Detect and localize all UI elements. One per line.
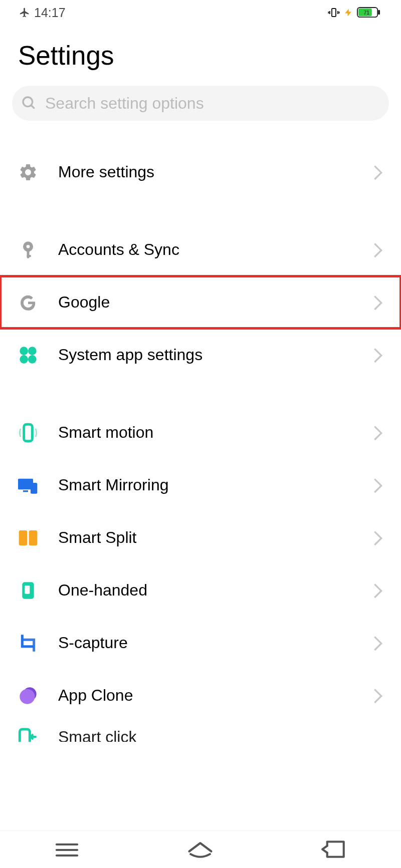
item-label: Smart Split [58, 528, 373, 547]
svg-rect-29 [20, 729, 30, 742]
status-right: 71 [328, 7, 381, 19]
svg-point-16 [28, 347, 37, 355]
chevron-right-icon [373, 688, 383, 704]
chevron-right-icon [373, 583, 383, 599]
svg-point-18 [28, 355, 37, 364]
svg-rect-14 [27, 255, 31, 257]
svg-point-15 [20, 347, 28, 355]
item-more-settings[interactable]: More settings [0, 146, 401, 198]
svg-rect-13 [27, 250, 30, 258]
item-label: Smart motion [58, 423, 373, 442]
search-bar[interactable] [12, 86, 389, 121]
svg-rect-19 [24, 424, 33, 441]
item-smart-mirroring[interactable]: Smart Mirroring [0, 459, 401, 511]
status-time: 14:17 [34, 6, 66, 20]
item-app-clone[interactable]: App Clone [0, 669, 401, 722]
charging-icon [344, 8, 353, 17]
item-accounts-sync[interactable]: Accounts & Sync [0, 223, 401, 276]
svg-point-12 [27, 245, 30, 248]
chevron-right-icon [373, 295, 383, 311]
key-icon [18, 240, 38, 260]
chevron-right-icon [373, 164, 383, 180]
item-system-apps[interactable]: System app settings [0, 329, 401, 381]
item-label: Google [58, 293, 373, 312]
svg-rect-6 [378, 10, 380, 15]
navigation-bar [0, 830, 401, 868]
capture-icon [18, 633, 38, 653]
svg-rect-22 [31, 483, 37, 494]
page-title: Settings [0, 25, 401, 86]
svg-text:71: 71 [363, 10, 369, 16]
svg-rect-23 [19, 530, 28, 545]
item-one-handed[interactable]: One-handed [0, 564, 401, 617]
search-input[interactable] [45, 94, 380, 113]
mirroring-icon [18, 475, 38, 495]
item-label: Accounts & Sync [58, 240, 373, 259]
nav-back-button[interactable] [320, 838, 348, 861]
chevron-right-icon [373, 242, 383, 258]
item-smart-motion[interactable]: Smart motion [0, 406, 401, 459]
item-label: Smart Mirroring [58, 476, 373, 494]
svg-line-10 [31, 105, 35, 109]
clone-icon [18, 686, 38, 706]
settings-list: More settings Accounts & Sync Google Sys… [0, 146, 401, 742]
svg-point-17 [20, 355, 28, 364]
vibrate-icon [328, 7, 340, 19]
svg-rect-0 [332, 9, 336, 17]
nav-recents-button[interactable] [53, 838, 81, 861]
item-google[interactable]: Google [0, 276, 401, 329]
svg-rect-24 [29, 530, 38, 545]
item-label: One-handed [58, 581, 373, 600]
item-label: S-capture [58, 634, 373, 652]
search-icon [21, 95, 37, 111]
chevron-right-icon [373, 477, 383, 493]
item-smart-click[interactable]: Smart click [0, 722, 401, 742]
split-icon [18, 528, 38, 548]
airplane-mode-icon [19, 7, 30, 18]
item-label: More settings [58, 163, 373, 181]
chevron-right-icon [373, 425, 383, 441]
svg-point-28 [20, 689, 35, 704]
battery-icon: 71 [357, 7, 381, 19]
status-left: 14:17 [19, 6, 66, 20]
svg-rect-26 [25, 586, 30, 594]
phone-motion-icon [18, 423, 38, 443]
chevron-right-icon [373, 347, 383, 363]
grid-apps-icon [18, 345, 38, 365]
nav-home-button[interactable] [186, 838, 214, 861]
item-label: System app settings [58, 346, 373, 364]
google-icon [18, 293, 38, 313]
item-label: Smart click [58, 728, 383, 742]
status-bar: 14:17 71 [0, 0, 401, 25]
svg-point-9 [23, 97, 33, 107]
gear-icon [18, 162, 38, 182]
item-label: App Clone [58, 686, 373, 705]
item-smart-split[interactable]: Smart Split [0, 511, 401, 564]
svg-rect-21 [23, 490, 28, 492]
chevron-right-icon [373, 530, 383, 546]
smart-click-icon [18, 727, 38, 742]
chevron-right-icon [373, 635, 383, 651]
one-handed-icon [18, 581, 38, 601]
item-s-capture[interactable]: S-capture [0, 617, 401, 669]
